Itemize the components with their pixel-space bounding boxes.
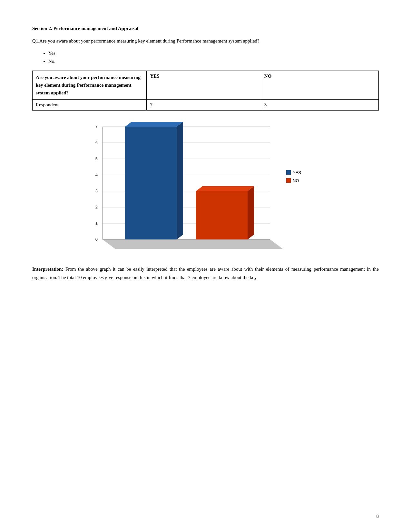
- table-header-row: Are you aware about your performance mea…: [33, 71, 379, 100]
- svg-text:YES: YES: [293, 170, 301, 175]
- table-row: Respondent 7 3: [33, 100, 379, 111]
- page: Section 2. Performance management and Ap…: [0, 0, 411, 532]
- interpretation: Interpretation: From the above graph it …: [32, 265, 379, 282]
- interpretation-label: Interpretation:: [32, 266, 63, 272]
- data-table: Are you aware about your performance mea…: [32, 71, 379, 111]
- svg-marker-21: [177, 122, 183, 239]
- svg-text:3: 3: [95, 189, 97, 193]
- list-item: Yes: [48, 51, 379, 56]
- table-cell-no: 3: [261, 100, 378, 111]
- chart-wrapper: 0 1 2 3 4 5 6 7: [83, 120, 328, 256]
- svg-rect-27: [286, 178, 291, 183]
- question-text: Q1.Are you aware about your performance …: [32, 37, 379, 45]
- table-cell-yes: 7: [147, 100, 261, 111]
- table-header-question: Are you aware about your performance mea…: [33, 71, 147, 100]
- svg-marker-20: [125, 122, 183, 127]
- chart-svg: 0 1 2 3 4 5 6 7: [83, 120, 328, 256]
- svg-text:7: 7: [95, 124, 97, 129]
- chart-container: 0 1 2 3 4 5 6 7: [32, 120, 379, 256]
- table-header-yes: YES: [147, 71, 261, 100]
- svg-text:6: 6: [95, 140, 97, 145]
- svg-rect-19: [125, 127, 177, 239]
- svg-text:0: 0: [95, 237, 97, 242]
- page-number: 8: [377, 514, 379, 519]
- list-item: No.: [48, 59, 379, 64]
- svg-rect-22: [196, 191, 248, 239]
- table-cell-label: Respondent: [33, 100, 147, 111]
- table-header-no: NO: [261, 71, 378, 100]
- svg-marker-0: [103, 239, 283, 249]
- svg-text:2: 2: [95, 205, 97, 209]
- options-list: Yes No.: [48, 51, 379, 64]
- svg-rect-25: [286, 170, 291, 175]
- interpretation-text: From the above graph it can be easily in…: [32, 266, 379, 280]
- svg-text:NO: NO: [293, 178, 299, 183]
- svg-text:5: 5: [95, 156, 97, 161]
- section-heading: Section 2. Performance management and Ap…: [32, 26, 379, 31]
- svg-marker-23: [196, 186, 254, 191]
- svg-text:1: 1: [95, 221, 97, 226]
- svg-marker-24: [248, 186, 254, 239]
- svg-text:4: 4: [95, 172, 97, 177]
